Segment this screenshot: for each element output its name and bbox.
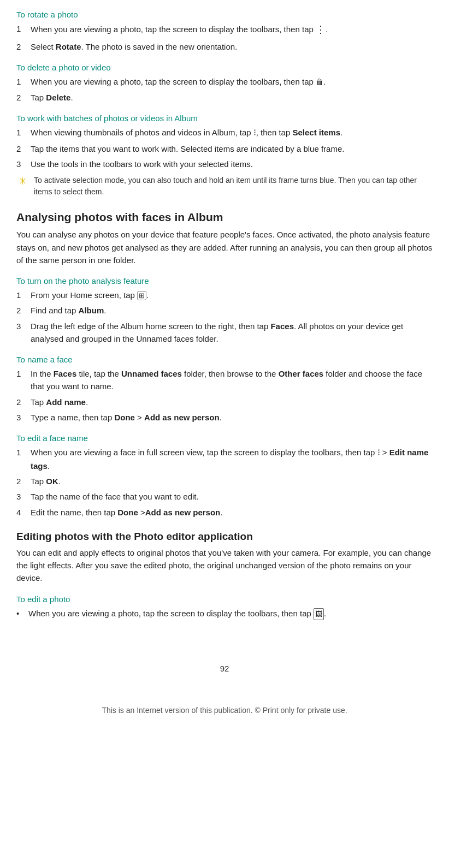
bold-done2: Done xyxy=(117,508,138,517)
step-num: 2 xyxy=(16,142,26,155)
note-text: To activate selection mode, you can also… xyxy=(34,175,433,198)
step-3: 3 Type a name, then tap Done > Add as ne… xyxy=(16,411,433,424)
page-number: 92 xyxy=(16,664,433,673)
bold-rotate: Rotate xyxy=(56,42,81,51)
step-2: 2 Tap the items that you want to work wi… xyxy=(16,142,433,155)
step-1: 1 From your Home screen, tap ⊞. xyxy=(16,289,433,301)
step-4: 4 Edit the name, then tap Done >Add as n… xyxy=(16,506,433,519)
step-num: 2 xyxy=(16,475,26,487)
step-num: 1 xyxy=(16,289,26,301)
step-1: 1 When you are viewing a face in full sc… xyxy=(16,446,433,472)
step-text: Find and tap Album. xyxy=(31,304,106,317)
heading-edit-face-name: To edit a face name xyxy=(16,433,433,443)
bold-faces2: Faces xyxy=(54,369,77,378)
heading-editing-photos: Editing photos with the Photo editor app… xyxy=(16,531,433,543)
step-text: Drag the left edge of the Album home scr… xyxy=(31,320,433,346)
step-num: 3 xyxy=(16,490,26,503)
bold-album: Album xyxy=(79,306,104,315)
bold-faces: Faces xyxy=(270,322,294,331)
bullet-marker: • xyxy=(16,607,24,620)
steps-rotate-photo: 1 When you are viewing a photo, tap the … xyxy=(16,22,433,53)
section-editing-photos: Editing photos with the Photo editor app… xyxy=(16,531,433,585)
step-num: 2 xyxy=(16,304,26,317)
bold-delete: Delete xyxy=(46,93,70,102)
step-2: 2 Tap OK. xyxy=(16,475,433,487)
step-text: Tap the items that you want to work with… xyxy=(31,142,344,155)
bullet-text: When you are viewing a photo, tap the sc… xyxy=(28,607,326,620)
bullet-item: • When you are viewing a photo, tap the … xyxy=(16,607,433,620)
section-name-face: To name a face 1 In the Faces tile, tap … xyxy=(16,355,433,424)
step-num: 3 xyxy=(16,320,26,346)
steps-delete-photo: 1 When you are viewing a photo, tap the … xyxy=(16,75,433,104)
bold-add-name: Add name xyxy=(46,397,86,407)
step-text: Select Rotate. The photo is saved in the… xyxy=(31,40,237,53)
section-edit-photo: To edit a photo • When you are viewing a… xyxy=(16,594,433,620)
bold-edit-name-tags: Edit name tags xyxy=(31,448,428,471)
step-text: When you are viewing a photo, tap the sc… xyxy=(31,22,328,38)
step-text: In the Faces tile, tap the Unnamed faces… xyxy=(31,367,433,393)
bold-add-new-person2: Add as new person xyxy=(145,508,221,517)
step-2: 2 Tap Delete. xyxy=(16,91,433,104)
section-edit-face-name: To edit a face name 1 When you are viewi… xyxy=(16,433,433,519)
step-text: Tap Delete. xyxy=(31,91,73,104)
intro-analysing: You can analyse any photos on your devic… xyxy=(16,228,433,266)
step-3: 3 Drag the left edge of the Album home s… xyxy=(16,320,433,346)
step-text: From your Home screen, tap ⊞. xyxy=(31,289,149,301)
step-num: 3 xyxy=(16,158,26,170)
step-2: 2 Tap Add name. xyxy=(16,396,433,408)
bold-done: Done xyxy=(114,413,135,422)
step-text: When you are viewing a photo, tap the sc… xyxy=(31,75,326,88)
step-text: Type a name, then tap Done > Add as new … xyxy=(31,411,222,424)
step-num: 1 xyxy=(16,367,26,393)
heading-rotate-photo: To rotate a photo xyxy=(16,10,433,19)
step-num: 1 xyxy=(16,22,26,38)
step-num: 2 xyxy=(16,396,26,408)
step-text: When you are viewing a face in full scre… xyxy=(31,446,433,472)
step-text: Tap OK. xyxy=(31,475,61,487)
intro-editing: You can edit and apply effects to origin… xyxy=(16,546,433,585)
step-3: 3 Tap the name of the face that you want… xyxy=(16,490,433,503)
heading-delete-photo: To delete a photo or video xyxy=(16,63,433,72)
step-num: 1 xyxy=(16,75,26,88)
step-text: Use the tools in the toolbars to work wi… xyxy=(31,158,253,170)
step-text: When viewing thumbnails of photos and vi… xyxy=(31,126,342,140)
step-num: 4 xyxy=(16,506,26,519)
step-text: Tap Add name. xyxy=(31,396,88,408)
section-analysing-faces: Analysing photos with faces in Album You… xyxy=(16,211,433,266)
step-text: Tap the name of the face that you want t… xyxy=(31,490,199,503)
section-turn-on-analysis: To turn on the photo analysis feature 1 … xyxy=(16,276,433,345)
step-num: 3 xyxy=(16,411,26,424)
note-icon: ✳ xyxy=(19,175,29,187)
footer-text: This is an Internet version of this publ… xyxy=(16,706,433,715)
bold-ok: OK xyxy=(46,477,58,486)
step-1: 1 When you are viewing a photo, tap the … xyxy=(16,75,433,88)
heading-batch-work: To work with batches of photos or videos… xyxy=(16,114,433,123)
step-2: 2 Select Rotate. The photo is saved in t… xyxy=(16,40,433,53)
note-selection-mode: ✳ To activate selection mode, you can al… xyxy=(19,175,433,198)
steps-batch-work: 1 When viewing thumbnails of photos and … xyxy=(16,126,433,170)
steps-analysis: 1 From your Home screen, tap ⊞. 2 Find a… xyxy=(16,289,433,345)
bold-other-faces: Other faces xyxy=(279,369,324,378)
bold-add-as-new-person: Add as new person xyxy=(144,413,220,422)
step-1: 1 When viewing thumbnails of photos and … xyxy=(16,126,433,140)
heading-edit-photo: To edit a photo xyxy=(16,594,433,604)
step-3: 3 Use the tools in the toolbars to work … xyxy=(16,158,433,170)
steps-edit-face-name: 1 When you are viewing a face in full sc… xyxy=(16,446,433,519)
step-2: 2 Find and tap Album. xyxy=(16,304,433,317)
heading-turn-on-analysis: To turn on the photo analysis feature xyxy=(16,276,433,286)
step-1: 1 When you are viewing a photo, tap the … xyxy=(16,22,433,38)
step-1: 1 In the Faces tile, tap the Unnamed fac… xyxy=(16,367,433,393)
heading-analysing-faces: Analysing photos with faces in Album xyxy=(16,211,433,224)
step-num: 2 xyxy=(16,40,26,53)
step-num: 2 xyxy=(16,91,26,104)
bullets-edit-photo: • When you are viewing a photo, tap the … xyxy=(16,607,433,620)
section-delete-photo: To delete a photo or video 1 When you ar… xyxy=(16,63,433,104)
heading-name-face: To name a face xyxy=(16,355,433,364)
steps-name-face: 1 In the Faces tile, tap the Unnamed fac… xyxy=(16,367,433,424)
bold-select-items: Select items xyxy=(292,128,340,137)
step-num: 1 xyxy=(16,446,26,472)
step-text: Edit the name, then tap Done >Add as new… xyxy=(31,506,222,519)
section-rotate-photo: To rotate a photo 1 When you are viewing… xyxy=(16,10,433,53)
step-num: 1 xyxy=(16,126,26,140)
section-batch-work: To work with batches of photos or videos… xyxy=(16,114,433,198)
